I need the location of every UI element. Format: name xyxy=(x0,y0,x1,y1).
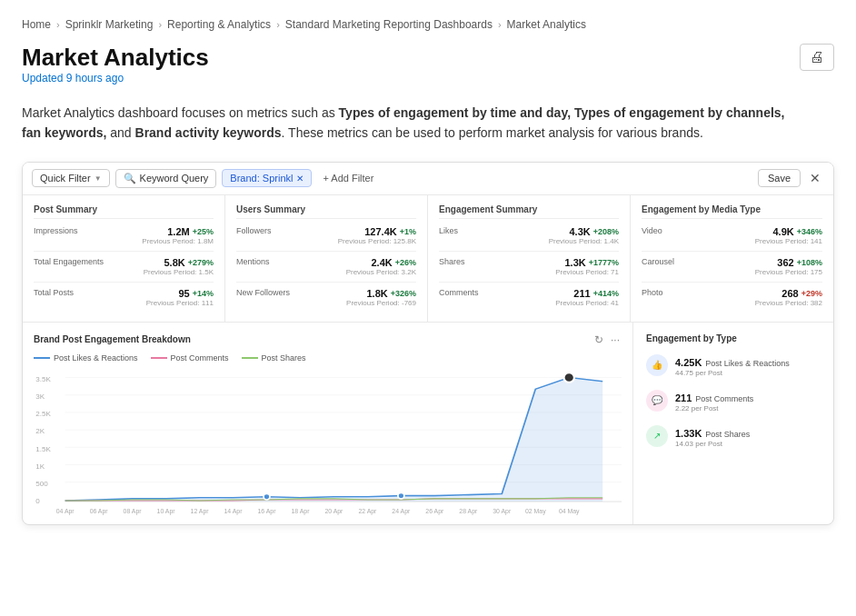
metric-label: Shares xyxy=(439,257,465,266)
metric-label: New Followers xyxy=(236,288,290,297)
breadcrumb-sep-4: › xyxy=(498,19,502,30)
metric-values: 2.4K+26%Previous Period: 3.2K xyxy=(346,257,416,276)
metric-row: Likes4.3K+208%Previous Period: 1.4K xyxy=(439,226,619,252)
metric-row: Followers127.4K+1%Previous Period: 125.8… xyxy=(236,226,416,252)
quick-filter-button[interactable]: Quick Filter ▼ xyxy=(32,169,110,187)
metric-main-value: 1.8K+326% xyxy=(346,288,416,299)
metric-prev-period: Previous Period: 71 xyxy=(555,268,619,276)
metric-prev-period: Previous Period: 1.5K xyxy=(144,268,214,276)
metric-prev-period: Previous Period: 1.8M xyxy=(142,237,214,245)
metric-row: Comments211+414%Previous Period: 41 xyxy=(439,288,619,313)
metric-main-value: 268+29% xyxy=(755,288,822,299)
metric-label: Mentions xyxy=(236,257,270,266)
svg-text:1.5K: 1.5K xyxy=(35,445,51,453)
engagement-sub: 44.75 per Post xyxy=(675,369,790,377)
brand-filter-tag: Brand: Sprinkl ✕ xyxy=(222,169,312,187)
svg-text:04 May: 04 May xyxy=(559,508,580,515)
metric-prev-period: Previous Period: 175 xyxy=(755,268,822,276)
chart-header: Brand Post Engagement Breakdown ↻ ··· xyxy=(34,332,622,348)
engagement-item-0: 👍4.25K Post Likes & Reactions44.75 per P… xyxy=(646,354,821,377)
chevron-down-icon: ▼ xyxy=(95,174,102,183)
engagement-item-2: ↗1.33K Post Shares14.03 per Post xyxy=(646,425,821,448)
svg-point-19 xyxy=(563,373,574,383)
metric-label: Total Engagements xyxy=(34,257,104,266)
breadcrumb-current: Market Analytics xyxy=(507,18,586,31)
svg-text:02 May: 02 May xyxy=(525,508,546,515)
legend-item-1: Post Comments xyxy=(151,353,229,363)
legend-label: Post Comments xyxy=(171,353,229,363)
svg-text:20 Apr: 20 Apr xyxy=(324,508,343,515)
chart-legend: Post Likes & ReactionsPost CommentsPost … xyxy=(34,353,622,363)
engagement-item-1: 💬211 Post Comments2.22 per Post xyxy=(646,390,821,412)
remove-brand-filter-icon[interactable]: ✕ xyxy=(296,174,304,184)
section-title-2: Engagement Summary xyxy=(439,204,619,219)
legend-item-0: Post Likes & Reactions xyxy=(34,353,138,363)
legend-line-icon xyxy=(34,357,50,359)
metric-row: Carousel362+108%Previous Period: 175 xyxy=(642,257,822,283)
refresh-chart-button[interactable]: ↻ xyxy=(592,332,605,348)
engagement-label: Post Likes & Reactions xyxy=(705,359,790,368)
svg-text:3K: 3K xyxy=(35,392,45,401)
metric-row: Shares1.3K+1777%Previous Period: 71 xyxy=(439,257,619,283)
metric-label: Total Posts xyxy=(34,288,74,297)
print-button[interactable]: 🖨 xyxy=(800,44,834,71)
svg-text:2.5K: 2.5K xyxy=(35,410,51,418)
breadcrumb-home[interactable]: Home xyxy=(22,18,51,31)
svg-text:10 Apr: 10 Apr xyxy=(157,508,176,515)
metric-prev-period: Previous Period: 111 xyxy=(146,299,214,307)
svg-point-17 xyxy=(264,493,270,499)
metric-values: 95+14%Previous Period: 111 xyxy=(146,288,214,307)
engagement-type-icon: ↗ xyxy=(646,425,668,447)
engagement-items-list: 👍4.25K Post Likes & Reactions44.75 per P… xyxy=(646,354,821,448)
svg-point-18 xyxy=(398,492,404,498)
filter-bar: Quick Filter ▼ 🔍 Keyword Query Brand: Sp… xyxy=(23,163,833,195)
metric-values: 362+108%Previous Period: 175 xyxy=(755,257,822,276)
engagement-label: Post Comments xyxy=(695,394,753,403)
metric-main-value: 5.8K+279% xyxy=(144,257,214,268)
breadcrumb-reporting[interactable]: Reporting & Analytics xyxy=(167,18,271,31)
dashboard-card: Quick Filter ▼ 🔍 Keyword Query Brand: Sp… xyxy=(22,162,834,525)
metric-prev-period: Previous Period: 3.2K xyxy=(346,268,416,276)
engagement-type-icon: 👍 xyxy=(646,354,668,376)
metric-row: Photo268+29%Previous Period: 382 xyxy=(642,288,822,313)
chart-actions: ↻ ··· xyxy=(592,332,622,348)
metric-main-value: 1.2M+25% xyxy=(142,226,214,237)
chart-svg: 3.5K 3K 2.5K 2K 1.5K 1K 500 0 xyxy=(34,370,622,515)
engagement-info: 211 Post Comments2.22 per Post xyxy=(675,390,753,412)
svg-marker-16 xyxy=(65,378,603,501)
save-button[interactable]: Save xyxy=(758,169,801,187)
engagement-sub: 2.22 per Post xyxy=(675,404,753,412)
svg-text:06 Apr: 06 Apr xyxy=(90,508,109,515)
metrics-grid: Post SummaryImpressions1.2M+25%Previous … xyxy=(23,195,833,323)
metric-label: Followers xyxy=(236,226,272,235)
metric-main-value: 127.4K+1% xyxy=(338,226,416,237)
svg-text:24 Apr: 24 Apr xyxy=(392,508,411,515)
legend-item-2: Post Shares xyxy=(242,353,306,363)
more-options-button[interactable]: ··· xyxy=(609,332,622,348)
add-filter-button[interactable]: + Add Filter xyxy=(317,170,379,186)
metric-row: Total Posts95+14%Previous Period: 111 xyxy=(34,288,214,313)
engagement-label: Post Shares xyxy=(705,430,750,439)
section-title-1: Users Summary xyxy=(236,204,416,219)
metric-values: 211+414%Previous Period: 41 xyxy=(555,288,619,307)
svg-text:0: 0 xyxy=(35,497,40,505)
breadcrumb-standard[interactable]: Standard Marketing Reporting Dashboards xyxy=(285,18,493,31)
engagement-by-type-panel: Engagement by Type 👍4.25K Post Likes & R… xyxy=(633,323,833,524)
svg-text:30 Apr: 30 Apr xyxy=(493,508,512,515)
close-dashboard-button[interactable]: ✕ xyxy=(806,169,824,187)
header-row: Market Analytics Updated 9 hours ago 🖨 xyxy=(22,44,834,99)
metric-values: 5.8K+279%Previous Period: 1.5K xyxy=(144,257,214,276)
metric-label: Video xyxy=(642,226,662,235)
metric-row: Mentions2.4K+26%Previous Period: 3.2K xyxy=(236,257,416,283)
keyword-query-button[interactable]: 🔍 Keyword Query xyxy=(115,169,217,188)
metric-values: 1.2M+25%Previous Period: 1.8M xyxy=(142,226,214,245)
page-title: Market Analytics xyxy=(22,44,209,72)
breadcrumb-sep-1: › xyxy=(56,19,60,30)
engagement-sub: 14.03 per Post xyxy=(675,440,750,448)
metric-label: Carousel xyxy=(642,257,674,266)
breadcrumb-sprinklr[interactable]: Sprinklr Marketing xyxy=(65,18,154,31)
svg-text:16 Apr: 16 Apr xyxy=(257,508,276,515)
metric-values: 4.3K+208%Previous Period: 1.4K xyxy=(549,226,619,245)
updated-text: Updated 9 hours ago xyxy=(22,72,209,84)
engagement-type-icon: 💬 xyxy=(646,390,668,412)
